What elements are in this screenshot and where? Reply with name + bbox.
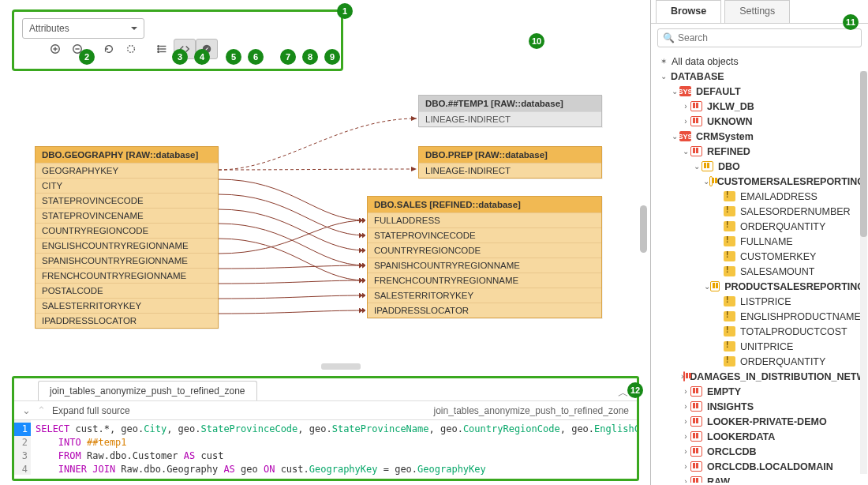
column-icon [724,236,735,246]
twisty-icon[interactable]: › [681,417,690,426]
column[interactable]: FULLADDRESS [368,212,601,227]
node-temp1-title: DBO.##TEMP1 [RAW::database] [419,96,601,111]
node-sales-title: DBO.SALES [REFINED::database] [368,197,601,212]
search-input[interactable] [678,32,856,43]
column[interactable]: IPADDRESSLOCATOR [36,313,218,328]
chevron-down-icon[interactable]: ⌄ [22,404,31,416]
chevron-up-icon: ⌃ [37,404,46,416]
tree-item[interactable]: ⌄SYSDEFAULT [656,84,865,99]
twisty-icon[interactable]: ⌄ [703,177,709,186]
column[interactable]: STATEPROVINCECODE [36,193,218,208]
tree-item-label: TOTALPRODUCTCOST [740,326,847,337]
twisty-icon[interactable]: › [681,387,690,396]
column[interactable]: SALESTERRITORYKEY [36,298,218,313]
column[interactable]: SALESTERRITORYKEY [368,288,601,303]
tree-item-label: DAMAGES_IN_DISTRIBUTION_NETW [690,371,866,382]
tree-item[interactable]: ›LOOKER-PRIVATE-DEMO [656,414,865,429]
database-icon [690,116,702,126]
tree-item-label: CRMSystem [696,131,754,142]
tree-item[interactable]: FULLNAME [656,234,865,249]
expand-source-link[interactable]: Expand full source [52,405,130,416]
tree-item-label: SALESAMOUNT [740,266,814,277]
node-sales[interactable]: DBO.SALES [REFINED::database] FULLADDRES… [367,196,602,318]
tree-item[interactable]: ›UKNOWN [656,114,865,129]
tree-item[interactable]: EMAILADDRESS [656,189,865,204]
twisty-icon[interactable]: ⌄ [692,162,702,171]
column[interactable]: COUNTRYREGIONCODE [36,223,218,238]
column[interactable]: SPANISHCOUNTRYREGIONNAME [368,258,601,273]
tree-item[interactable]: ›INSIGHTS [656,399,865,414]
canvas-scrollbar[interactable] [640,205,647,253]
callout-12: 12 [627,382,643,398]
tab-browse[interactable]: Browse [656,0,721,23]
tree-item[interactable]: CUSTOMERKEY [656,249,865,264]
column[interactable]: IPADDRESSLOCATOR [368,303,601,318]
source-tab[interactable]: join_tables_anonymize_push_to_refined_zo… [38,381,257,400]
table-icon [710,281,720,291]
column[interactable]: SPANISHCOUNTRYREGIONNAME [36,253,218,268]
tree-item[interactable]: ⌄SYSCRMSystem [656,129,865,144]
tree-item[interactable]: ›ORCLCDB.LOCALDOMAIN [656,459,865,474]
panel-resize-handle[interactable] [321,363,361,370]
column[interactable]: GEOGRAPHYKEY [36,163,218,178]
tree-item[interactable]: ⌄CUSTOMERSALESREPORTING [656,174,865,189]
search-box[interactable]: 🔍 [657,28,862,47]
twisty-icon[interactable]: ⌄ [681,147,690,156]
callout-2: 2 [79,49,95,65]
twisty-icon[interactable]: › [681,462,690,471]
object-tree[interactable]: ✶ All data objects ⌄DATABASE⌄SYSDEFAULT›… [651,52,868,483]
database-icon [690,416,702,427]
column[interactable]: STATEPROVINCECODE [368,227,601,242]
database-icon [690,146,702,156]
all-data-objects[interactable]: ✶ All data objects [656,54,865,69]
column[interactable]: FRENCHCOUNTRYREGIONNAME [36,268,218,283]
tree-item[interactable]: TOTALPRODUCTCOST [656,324,865,339]
tree-item[interactable]: ORDERQUANTITY [656,354,865,369]
node-prep[interactable]: DBO.PREP [RAW::database] LINEAGE-INDIREC… [418,146,602,179]
tree-item[interactable]: ⌄PRODUCTSALESREPORTING [656,279,865,294]
tree-item[interactable]: SALESORDERNUMBER [656,204,865,219]
twisty-icon[interactable]: › [681,432,690,441]
tree-item-label: ENGLISHPRODUCTNAME [740,311,861,322]
callout-4: 4 [194,49,210,65]
node-temp1[interactable]: DBO.##TEMP1 [RAW::database] LINEAGE-INDI… [418,95,602,127]
tree-item[interactable]: ›JKLW_DB [656,99,865,114]
code-body[interactable]: SELECT cust.*, geo.City, geo.StateProvin… [31,420,637,475]
column-icon [724,311,735,321]
tree-item-label: LISTPRICE [740,296,791,307]
twisty-icon[interactable]: › [681,117,690,126]
tree-item[interactable]: SALESAMOUNT [656,264,865,279]
tree-scrollbar-thumb[interactable] [860,71,867,237]
column-icon [724,356,735,367]
tree-item[interactable]: ENGLISHPRODUCTNAME [656,309,865,324]
column[interactable]: FRENCHCOUNTRYREGIONNAME [368,273,601,288]
tree-item[interactable]: ›EMPTY [656,384,865,399]
tree-item[interactable]: ›LOOKERDATA [656,429,865,444]
tree-item[interactable]: UNITPRICE [656,339,865,354]
twisty-icon[interactable]: ⌄ [703,282,710,291]
twisty-icon[interactable]: › [681,402,690,411]
column[interactable]: LINEAGE-INDIRECT [419,111,601,126]
tree-item[interactable]: ›ORCLCDB [656,444,865,459]
twisty-icon[interactable]: › [681,102,690,111]
column[interactable]: STATEPROVINCENAME [36,208,218,223]
column[interactable]: LINEAGE-INDIRECT [419,163,601,178]
tree-item[interactable]: ⌄REFINED [656,144,865,159]
database-icon [690,386,702,397]
tree-item[interactable]: LISTPRICE [656,294,865,309]
tree-item[interactable]: ›DAMAGES_IN_DISTRIBUTION_NETW [656,369,865,384]
tree-item[interactable]: ›RAW [656,474,865,483]
tree-item[interactable]: ⌄DBO [656,159,865,174]
tree-item[interactable]: ⌄DATABASE [656,69,865,84]
column[interactable]: CITY [36,178,218,193]
database-icon [690,431,702,442]
tab-settings[interactable]: Settings [724,0,790,23]
twisty-icon[interactable]: ⌄ [659,72,668,81]
twisty-icon[interactable]: › [681,477,690,483]
column[interactable]: POSTALCODE [36,283,218,298]
column[interactable]: ENGLISHCOUNTRYREGIONNAME [36,238,218,253]
node-geography[interactable]: DBO.GEOGRAPHY [RAW::database] GEOGRAPHYK… [35,146,219,329]
twisty-icon[interactable]: › [681,447,690,456]
tree-item[interactable]: ORDERQUANTITY [656,219,865,234]
column[interactable]: COUNTRYREGIONCODE [368,242,601,258]
